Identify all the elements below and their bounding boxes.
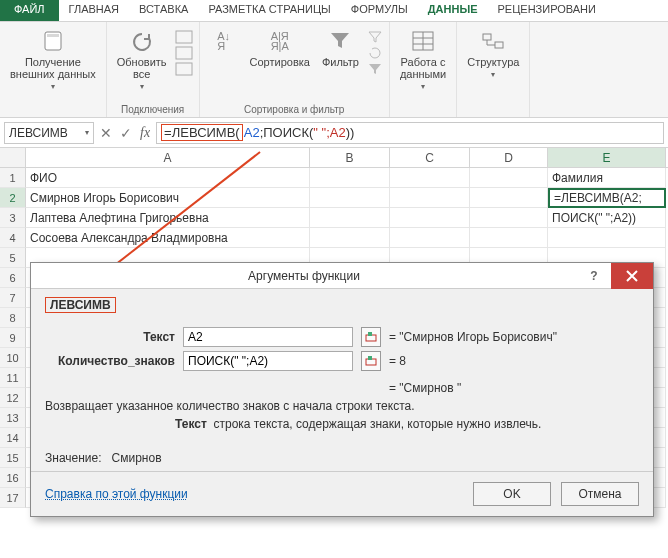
- arg-text-eval: = "Смирнов Игорь Борисович": [389, 330, 557, 344]
- tab-formulas[interactable]: ФОРМУЛЫ: [341, 0, 418, 21]
- data-tools-button[interactable]: Работа с данными ▾: [396, 26, 450, 93]
- row-header[interactable]: 16: [0, 468, 26, 488]
- formula-input[interactable]: =ЛЕВСИМВ(A2;ПОИСК(" ";A2)): [156, 122, 664, 144]
- tab-pagelayout[interactable]: РАЗМЕТКА СТРАНИЦЫ: [198, 0, 340, 21]
- svg-rect-15: [368, 356, 372, 360]
- refresh-all-button[interactable]: Обновить все ▾: [113, 26, 171, 93]
- row-header[interactable]: 3: [0, 208, 26, 228]
- properties-icon[interactable]: [175, 46, 193, 60]
- tab-data[interactable]: ДАННЫЕ: [418, 0, 488, 21]
- cell[interactable]: [310, 228, 390, 248]
- cell[interactable]: [470, 208, 548, 228]
- cell[interactable]: [390, 188, 470, 208]
- collapse-dialog-button[interactable]: [361, 327, 381, 347]
- row-header[interactable]: 5: [0, 248, 26, 268]
- close-button[interactable]: [611, 263, 653, 289]
- cell[interactable]: [390, 208, 470, 228]
- enter-icon[interactable]: ✓: [120, 125, 132, 141]
- sort-asc-button[interactable]: А↓Я: [206, 26, 242, 56]
- collapse-dialog-button[interactable]: [361, 351, 381, 371]
- value-result: Смирнов: [112, 451, 162, 465]
- chevron-down-icon: ▾: [491, 70, 495, 79]
- help-link[interactable]: Справка по этой функции: [45, 487, 188, 501]
- cell[interactable]: [310, 208, 390, 228]
- fx-icon[interactable]: fx: [140, 125, 150, 141]
- row-header[interactable]: 12: [0, 388, 26, 408]
- funnel-icon: [326, 28, 354, 54]
- arg-count-eval: = 8: [389, 354, 406, 368]
- row-header[interactable]: 15: [0, 448, 26, 468]
- cell[interactable]: Смирнов Игорь Борисович: [26, 188, 310, 208]
- name-box[interactable]: ЛЕВСИМВ ▾: [4, 122, 94, 144]
- range-select-icon: [365, 331, 377, 343]
- row-header[interactable]: 17: [0, 488, 26, 508]
- col-header-E[interactable]: E: [548, 148, 666, 167]
- help-button[interactable]: ?: [577, 263, 611, 289]
- sort-filter-group-label: Сортировка и фильтр: [244, 102, 344, 115]
- tab-home[interactable]: ГЛАВНАЯ: [59, 0, 129, 21]
- tab-file[interactable]: ФАЙЛ: [0, 0, 59, 21]
- sort-button[interactable]: А|ЯЯ|А Сортировка: [246, 26, 314, 70]
- row-header[interactable]: 10: [0, 348, 26, 368]
- range-select-icon: [365, 355, 377, 367]
- arg-hint-label: Текст: [175, 417, 207, 431]
- cell[interactable]: [470, 168, 548, 188]
- row-header[interactable]: 2: [0, 188, 26, 208]
- cell[interactable]: [390, 168, 470, 188]
- cancel-icon[interactable]: ✕: [100, 125, 112, 141]
- col-header-B[interactable]: B: [310, 148, 390, 167]
- svg-rect-13: [368, 332, 372, 336]
- row-header[interactable]: 9: [0, 328, 26, 348]
- chevron-down-icon: ▾: [51, 82, 55, 91]
- dialog-title: Аргументы функции: [31, 269, 577, 283]
- row-header[interactable]: 6: [0, 268, 26, 288]
- row-header[interactable]: 4: [0, 228, 26, 248]
- cell[interactable]: [470, 188, 548, 208]
- arg-text-input[interactable]: [183, 327, 353, 347]
- edit-links-icon[interactable]: [175, 62, 193, 76]
- ribbon-tabs: ФАЙЛ ГЛАВНАЯ ВСТАВКА РАЗМЕТКА СТРАНИЦЫ Ф…: [0, 0, 668, 22]
- col-header-D[interactable]: D: [470, 148, 548, 167]
- cell[interactable]: Сосоева Александра Владмировна: [26, 228, 310, 248]
- outline-button[interactable]: Структура ▾: [463, 26, 523, 81]
- external-data-button[interactable]: Получение внешних данных ▾: [6, 26, 100, 93]
- reapply-icon[interactable]: [367, 46, 383, 60]
- cancel-button[interactable]: Отмена: [561, 482, 639, 506]
- column-headers: A B C D E: [0, 148, 668, 168]
- svg-rect-1: [47, 34, 59, 37]
- cell[interactable]: ФИО: [26, 168, 310, 188]
- cell[interactable]: [310, 168, 390, 188]
- row-header[interactable]: 11: [0, 368, 26, 388]
- cell[interactable]: =ЛЕВСИМВ(A2;: [548, 188, 666, 208]
- col-header-C[interactable]: C: [390, 148, 470, 167]
- row-header[interactable]: 8: [0, 308, 26, 328]
- cell[interactable]: [310, 188, 390, 208]
- cell[interactable]: [548, 228, 666, 248]
- row-header[interactable]: 13: [0, 408, 26, 428]
- sort-az-icon: А↓Я: [210, 28, 238, 54]
- cell[interactable]: Лаптева Алефтина Григорьевна: [26, 208, 310, 228]
- row-header[interactable]: 14: [0, 428, 26, 448]
- filter-button[interactable]: Фильтр: [318, 26, 363, 70]
- preview-result: = "Смирнов ": [389, 381, 461, 395]
- clear-filter-icon[interactable]: [367, 30, 383, 44]
- cell[interactable]: [470, 228, 548, 248]
- select-all-corner[interactable]: [0, 148, 26, 167]
- row-header[interactable]: 1: [0, 168, 26, 188]
- formula-highlight: =ЛЕВСИМВ(: [161, 124, 243, 141]
- col-header-A[interactable]: A: [26, 148, 310, 167]
- arg-hint-text: строка текста, содержащая знаки, которые…: [213, 417, 541, 431]
- tab-review[interactable]: РЕЦЕНЗИРОВАНИ: [488, 0, 606, 21]
- arg-count-input[interactable]: [183, 351, 353, 371]
- tab-insert[interactable]: ВСТАВКА: [129, 0, 198, 21]
- ok-button[interactable]: OK: [473, 482, 551, 506]
- row-header[interactable]: 7: [0, 288, 26, 308]
- svg-rect-2: [176, 31, 192, 43]
- advanced-filter-icon[interactable]: [367, 62, 383, 76]
- cell[interactable]: ПОИСК(" ";A2)): [548, 208, 666, 228]
- chevron-down-icon: ▾: [421, 82, 425, 91]
- cell[interactable]: [390, 228, 470, 248]
- cell[interactable]: Фамилия: [548, 168, 666, 188]
- formula-bar: ЛЕВСИМВ ▾ ✕ ✓ fx =ЛЕВСИМВ(A2;ПОИСК(" ";A…: [0, 118, 668, 148]
- connections-icon[interactable]: [175, 30, 193, 44]
